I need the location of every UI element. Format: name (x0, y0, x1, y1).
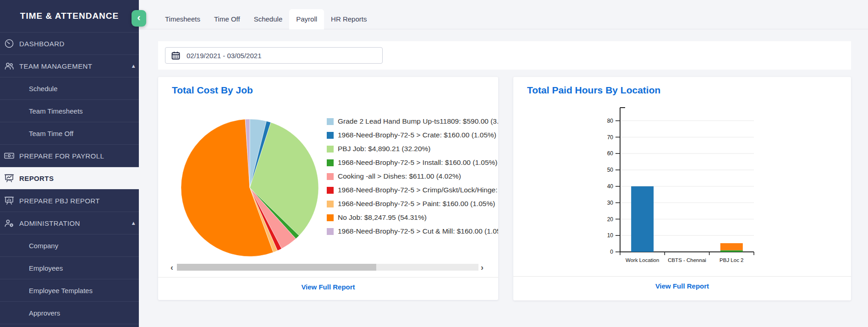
scroll-left-button[interactable]: ‹ (168, 263, 176, 271)
view-full-report-link[interactable]: View Full Report (513, 282, 851, 290)
main-content: TimesheetsTime OffSchedulePayrollHR Repo… (139, 0, 868, 327)
bar-segment[interactable] (720, 243, 743, 250)
legend-swatch (327, 173, 334, 180)
bar-segment[interactable] (720, 250, 743, 252)
sidebar-item-reports[interactable]: REPORTS (0, 167, 139, 190)
legend-swatch (327, 214, 334, 221)
scroll-right-button[interactable]: › (478, 263, 486, 271)
scrollbar-thumb[interactable] (177, 264, 376, 271)
y-tick-label: 60 (607, 150, 614, 157)
sidebar-item-schedule[interactable]: Schedule (0, 77, 139, 100)
legend-item[interactable]: 1968-Need-Brophy-72-5 > Cut & Mill: $160… (327, 224, 498, 238)
tab-time-off[interactable]: Time Off (207, 9, 247, 29)
sidebar-item-prepare-for-payroll[interactable]: PREPARE FOR PAYROLL (0, 145, 139, 167)
sidebar-item-prepare-pbj-report[interactable]: PREPARE PBJ REPORT (0, 190, 139, 212)
presentation-chart-icon (4, 173, 15, 184)
sidebar-item-employee-templates[interactable]: Employee Templates (0, 279, 139, 302)
sidebar-item-employees[interactable]: Employees (0, 257, 139, 279)
y-tick-label: 20 (607, 216, 614, 223)
legend-item[interactable]: Cooking -all > Dishes: $611.00 (4.02%) (327, 169, 498, 183)
filter-toolbar: 02/19/2021 - 03/05/2021 (158, 41, 851, 70)
tab-timesheets[interactable]: Timesheets (158, 9, 207, 29)
card-title: Total Cost By Job (172, 85, 253, 96)
view-full-report-link[interactable]: View Full Report (158, 283, 498, 291)
horizontal-scrollbar[interactable] (177, 264, 478, 271)
sidebar-item-label: TEAM MANAGEMENT (19, 62, 92, 70)
sidebar-item-approvers[interactable]: Approvers (0, 302, 139, 324)
legend-swatch (327, 132, 334, 139)
chevron-up-icon: ▲ (132, 64, 135, 68)
legend-item[interactable]: 1968-Need-Brophy-72-5 > Crimp/Gskt/Lock/… (327, 183, 498, 197)
y-tick-label: 40 (607, 183, 614, 190)
bar-segment[interactable] (631, 186, 654, 252)
legend-item[interactable]: Grade 2 Lead Hand Bump Up-ts11809: $590.… (327, 114, 498, 128)
legend-item[interactable]: 1968-Need-Brophy-72-5 > Install: $160.00… (327, 156, 498, 169)
calendar-icon (171, 51, 181, 60)
legend-swatch (327, 201, 334, 207)
sidebar-item-label: PREPARE FOR PAYROLL (19, 152, 104, 160)
sidebar-item-company[interactable]: Company (0, 234, 139, 257)
sidebar-item-label: Company (29, 242, 58, 250)
tab-schedule[interactable]: Schedule (247, 9, 290, 29)
y-tick-label: 80 (607, 118, 614, 124)
y-tick-label: 30 (607, 200, 614, 206)
legend-swatch (327, 187, 334, 194)
chevron-left-icon: ‹ (137, 13, 140, 23)
presentation-bars-icon (4, 195, 15, 206)
pie-legend: Grade 2 Lead Hand Bump Up-ts11809: $590.… (327, 114, 498, 238)
tab-hr-reports[interactable]: HR Reports (324, 9, 374, 29)
legend-swatch (327, 228, 334, 235)
sidebar-item-administration[interactable]: ADMINISTRATION▲ (0, 212, 139, 234)
x-category-label: CBTS - Chennai (668, 257, 706, 263)
legend-label: Cooking -all > Dishes: $611.00 (4.02%) (338, 172, 461, 180)
date-range-input[interactable]: 02/19/2021 - 03/05/2021 (165, 47, 383, 64)
legend-label: 1968-Need-Brophy-72-5 > Crate: $160.00 (… (338, 131, 496, 139)
date-range-value: 02/19/2021 - 03/05/2021 (187, 52, 261, 60)
legend-label: PBJ Job: $4,890.21 (32.20%) (338, 145, 431, 153)
legend-label: 1968-Need-Brophy-72-5 > Crimp/Gskt/Lock/… (338, 186, 498, 194)
bar-chart: 01020304050607080Work LocationCBTS - Che… (513, 77, 851, 274)
sidebar-collapse-button[interactable]: ‹ (132, 10, 146, 27)
sidebar-item-team-management[interactable]: TEAM MANAGEMENT▲ (0, 55, 139, 77)
legend-item[interactable]: 1968-Need-Brophy-72-5 > Paint: $160.00 (… (327, 197, 498, 211)
legend-item[interactable]: No Job: $8,247.95 (54.31%) (327, 211, 498, 224)
sidebar-nav: DASHBOARDTEAM MANAGEMENT▲ScheduleTeam Ti… (0, 32, 139, 324)
user-gear-icon (4, 218, 15, 229)
legend-label: 1968-Need-Brophy-72-5 > Paint: $160.00 (… (338, 200, 495, 208)
legend-label: No Job: $8,247.95 (54.31%) (338, 213, 427, 222)
sidebar-item-label: REPORTS (19, 174, 54, 182)
legend-label: 1968-Need-Brophy-72-5 > Cut & Mill: $160… (338, 227, 498, 235)
y-tick-label: 70 (607, 134, 614, 141)
sidebar: TIME & ATTENDANCE DASHBOARDTEAM MANAGEME… (0, 0, 139, 327)
x-category-label: PBJ Loc 2 (720, 257, 743, 263)
sidebar-item-team-timesheets[interactable]: Team Timesheets (0, 100, 139, 122)
total-paid-hours-by-location-card: Total Paid Hours By Location 01020304050… (513, 77, 851, 300)
team-icon (4, 60, 15, 71)
sidebar-item-label: Approvers (29, 309, 60, 317)
y-tick-label: 10 (607, 232, 614, 239)
app-title: TIME & ATTENDANCE (0, 0, 139, 32)
tab-bar: TimesheetsTime OffSchedulePayrollHR Repo… (139, 0, 868, 29)
legend-label: 1968-Need-Brophy-72-5 > Install: $160.00… (338, 158, 498, 167)
legend-swatch (327, 118, 334, 125)
sidebar-item-dashboard[interactable]: DASHBOARD (0, 33, 139, 55)
legend-item[interactable]: PBJ Job: $4,890.21 (32.20%) (327, 142, 498, 156)
card-divider (513, 276, 851, 277)
legend-swatch (327, 159, 334, 166)
time-attendance-app: { "app": { "accent_blue": "#0d6cd8", "si… (0, 0, 868, 327)
chevron-up-icon: ▲ (132, 221, 135, 225)
sidebar-item-label: Employee Templates (29, 287, 93, 294)
card-divider (158, 277, 498, 278)
sidebar-item-label: Schedule (29, 85, 58, 93)
sidebar-item-label: Team Time Off (29, 130, 73, 137)
x-category-label: Work Location (626, 257, 659, 263)
tab-payroll[interactable]: Payroll (289, 9, 324, 29)
gauge-icon (4, 38, 15, 49)
banknote-icon (4, 150, 15, 161)
sidebar-item-team-time-off[interactable]: Team Time Off (0, 122, 139, 145)
sidebar-item-label: PREPARE PBJ REPORT (19, 197, 100, 205)
sidebar-item-label: DASHBOARD (19, 40, 65, 48)
legend-item[interactable]: 1968-Need-Brophy-72-5 > Crate: $160.00 (… (327, 128, 498, 142)
pie-chart (179, 117, 321, 259)
sidebar-item-label: Employees (29, 264, 63, 272)
